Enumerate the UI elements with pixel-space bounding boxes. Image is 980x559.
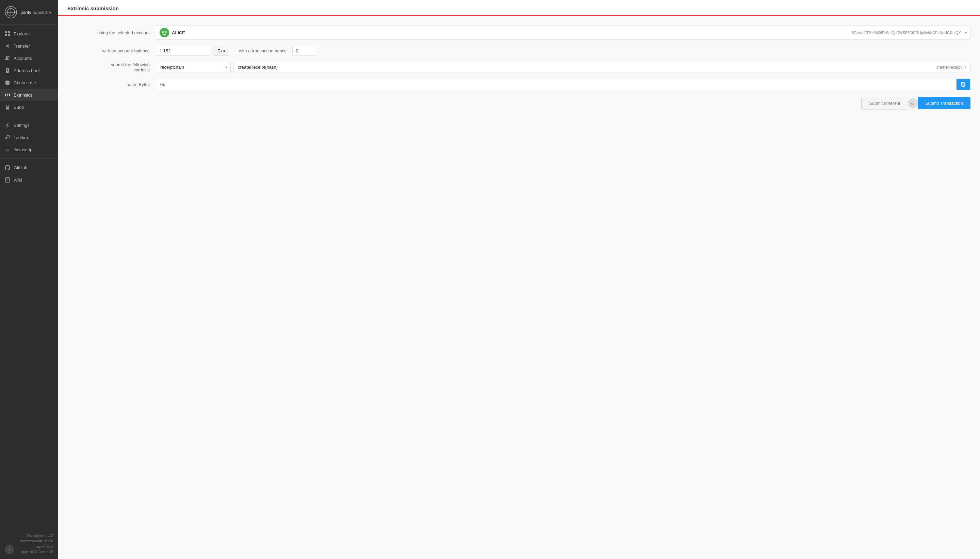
sidebar-label-toolbox: Toolbox bbox=[13, 135, 29, 140]
account-row: using the selected account ALICE 5GrwvaE… bbox=[67, 25, 970, 40]
account-label: using the selected account bbox=[67, 30, 156, 35]
book-icon bbox=[5, 68, 10, 73]
sidebar-label-wiki: Wiki bbox=[13, 177, 22, 183]
content-area: using the selected account ALICE 5GrwvaE… bbox=[58, 16, 980, 559]
svg-point-8 bbox=[6, 56, 8, 58]
account-address: 5GrwvaEF5zXb26Fz9rcQpDWS57CtERHpNehXCPcN… bbox=[852, 31, 961, 35]
svg-line-14 bbox=[7, 93, 8, 97]
balance-controls: Exa with a transaction nonce bbox=[156, 46, 970, 56]
tool-icon bbox=[5, 135, 10, 140]
balance-label: with an account balance bbox=[67, 48, 156, 53]
avatar-icon bbox=[159, 28, 169, 37]
method-short: createReceipt bbox=[937, 65, 962, 70]
logo-text: parity substrate bbox=[20, 9, 51, 15]
sidebar-footer: Development #12 substrate-node v1.0.0 ap… bbox=[0, 529, 58, 559]
sidebar: parity substrate Explorer Transfer Accou… bbox=[0, 0, 58, 559]
sidebar-divider-2 bbox=[0, 159, 58, 159]
account-name: ALICE bbox=[172, 30, 185, 35]
svg-rect-5 bbox=[8, 31, 10, 33]
submit-transaction-button[interactable]: Submit Transaction bbox=[918, 97, 970, 109]
method-dropdown-arrow: ▾ bbox=[964, 65, 966, 69]
doc-icon bbox=[5, 177, 10, 183]
svg-rect-26 bbox=[961, 82, 964, 86]
users-icon bbox=[5, 55, 10, 61]
copy-icon bbox=[961, 82, 966, 87]
hash-input-container bbox=[156, 79, 970, 90]
avatar bbox=[159, 28, 169, 37]
sidebar-label-accounts: Accounts bbox=[13, 56, 32, 61]
github-icon bbox=[5, 165, 10, 170]
main-content: Extrinsic submission using the selected … bbox=[58, 0, 980, 559]
page-header: Extrinsic submission bbox=[58, 0, 980, 16]
settings-icon bbox=[5, 122, 10, 128]
sidebar-divider bbox=[0, 116, 58, 116]
balance-input[interactable] bbox=[156, 46, 210, 56]
sidebar-label-explorer: Explorer bbox=[13, 31, 30, 36]
sidebar-label-github: GitHub bbox=[13, 165, 27, 170]
sidebar-label-settings: Settings bbox=[13, 123, 30, 128]
submit-row: Submit Inherent or Submit Transaction bbox=[67, 97, 970, 109]
footer-line1: Development #12 bbox=[5, 533, 53, 539]
sidebar-item-sudo[interactable]: Sudo bbox=[0, 101, 58, 113]
sidebar-item-chain-state[interactable]: Chain state bbox=[0, 76, 58, 89]
extrinsic-row: submit the following extrinsic receiptch… bbox=[67, 62, 970, 73]
balance-row: with an account balance Exa with a trans… bbox=[67, 46, 970, 56]
sidebar-collapse-button[interactable]: ‹ bbox=[5, 545, 14, 554]
sidebar-label-extrinsics: Extrinsics bbox=[13, 93, 33, 98]
sidebar-item-javascript[interactable]: </> Javascript bbox=[0, 144, 58, 156]
or-badge: or bbox=[908, 98, 918, 109]
sidebar-item-wiki[interactable]: Wiki bbox=[0, 174, 58, 186]
sidebar-item-extrinsics[interactable]: Extrinsics bbox=[0, 89, 58, 101]
extrinsic-controls: receiptchain ▾ createReceipt(hash) creat… bbox=[156, 62, 970, 73]
sidebar-logo: parity substrate bbox=[0, 0, 58, 25]
sidebar-item-explorer[interactable]: Explorer bbox=[0, 28, 58, 40]
parity-logo-icon bbox=[5, 6, 17, 18]
sidebar-label-sudo: Sudo bbox=[13, 105, 24, 110]
account-selector[interactable]: ALICE 5GrwvaEF5zXb26Fz9rcQpDWS57CtERHpNe… bbox=[156, 25, 970, 40]
svg-point-22 bbox=[159, 28, 169, 37]
code-icon bbox=[5, 92, 10, 98]
hash-controls bbox=[156, 79, 970, 90]
svg-rect-15 bbox=[6, 107, 9, 109]
method-selector[interactable]: createReceipt(hash) createReceipt ▾ bbox=[234, 62, 970, 73]
account-controls: ALICE 5GrwvaEF5zXb26Fz9rcQpDWS57CtERHpNe… bbox=[156, 25, 970, 40]
svg-point-16 bbox=[7, 124, 8, 126]
module-dropdown-wrapper: receiptchain ▾ bbox=[156, 62, 231, 73]
sidebar-label-address-book: Address book bbox=[13, 68, 41, 73]
lock-icon bbox=[5, 104, 10, 110]
sidebar-item-transfer[interactable]: Transfer bbox=[0, 40, 58, 52]
sidebar-item-address-book[interactable]: Address book bbox=[0, 64, 58, 76]
database-icon bbox=[5, 80, 10, 85]
svg-text:</>: </> bbox=[5, 148, 10, 152]
svg-point-9 bbox=[8, 56, 10, 58]
hash-label: hash: Bytes bbox=[67, 82, 156, 87]
sidebar-item-accounts[interactable]: Accounts bbox=[0, 52, 58, 64]
svg-rect-6 bbox=[5, 34, 7, 36]
logo-substrate: substrate bbox=[33, 10, 51, 15]
svg-rect-7 bbox=[8, 34, 10, 36]
nonce-input[interactable] bbox=[292, 46, 316, 56]
sidebar-label-chain-state: Chain state bbox=[13, 80, 36, 85]
hash-copy-button[interactable] bbox=[956, 79, 970, 90]
send-icon bbox=[5, 43, 10, 49]
unit-badge: Exa bbox=[213, 46, 229, 56]
svg-rect-4 bbox=[5, 31, 7, 33]
sidebar-label-transfer: Transfer bbox=[13, 43, 30, 49]
submit-inherent-button[interactable]: Submit Inherent bbox=[861, 97, 908, 109]
account-dropdown-arrow: ▾ bbox=[965, 31, 967, 35]
sidebar-label-javascript: Javascript bbox=[13, 147, 34, 152]
sidebar-item-toolbox[interactable]: Toolbox bbox=[0, 131, 58, 144]
js-icon: </> bbox=[5, 147, 10, 152]
hash-row: hash: Bytes bbox=[67, 79, 970, 90]
grid-icon bbox=[5, 31, 10, 36]
svg-point-23 bbox=[163, 31, 164, 33]
page-title: Extrinsic submission bbox=[67, 0, 119, 16]
extrinsic-label: submit the following extrinsic bbox=[67, 62, 156, 73]
hash-input[interactable] bbox=[156, 79, 956, 90]
sidebar-item-github[interactable]: GitHub bbox=[0, 162, 58, 174]
module-select[interactable]: receiptchain bbox=[156, 62, 231, 73]
method-name: createReceipt(hash) bbox=[238, 64, 934, 70]
sidebar-item-settings[interactable]: Settings bbox=[0, 119, 58, 131]
nonce-label: with a transaction nonce bbox=[239, 48, 287, 53]
svg-point-24 bbox=[165, 31, 167, 33]
